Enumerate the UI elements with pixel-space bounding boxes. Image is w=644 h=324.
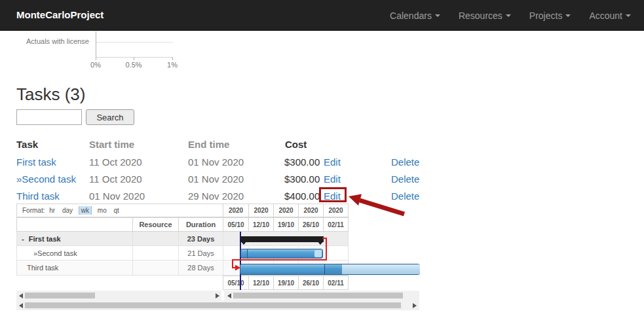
search-button[interactable]: Search	[86, 109, 134, 125]
delete-link[interactable]: Delete	[391, 173, 419, 185]
end-time-value: 29 Nov 2020	[188, 190, 244, 202]
chart-tick	[134, 57, 134, 60]
gantt-footer-week: 05/10	[223, 276, 248, 290]
edit-link[interactable]: Edit	[324, 156, 341, 168]
task-bar-second-task[interactable]	[240, 249, 323, 259]
gantt-footer-week: 19/10	[273, 276, 298, 290]
nav-item-label: Account	[589, 10, 622, 21]
delete-link[interactable]: Delete	[391, 156, 419, 168]
gantt-week-header: 05/10	[223, 217, 248, 232]
page-title: Tasks (3)	[16, 84, 85, 105]
scrollbar-thumb[interactable]	[233, 293, 403, 298]
task-bar-progress-divider	[324, 264, 325, 274]
format-option-wk[interactable]: wk	[79, 206, 92, 215]
end-time-value: 01 Nov 2020	[188, 173, 244, 185]
cost-value: $400.00	[284, 190, 320, 202]
gantt-resource-cell	[132, 261, 178, 276]
chart-x-axis-line	[96, 57, 173, 58]
gantt-resource-column-header: Resource	[132, 217, 178, 232]
gantt-week-header: 02/11	[323, 217, 349, 232]
collapse-icon[interactable]: -	[22, 235, 24, 243]
gantt-chart: Format: hr day wk wk mo qt 2020 2020 202…	[16, 204, 419, 311]
gantt-task-name-cell: »Second task	[16, 246, 132, 261]
chart-gridline	[96, 42, 173, 43]
gantt-duration-cell: 21 Days	[178, 246, 223, 261]
delete-link[interactable]: Delete	[391, 190, 419, 202]
gantt-name-column-header	[16, 217, 132, 232]
task-link[interactable]: First task	[16, 156, 56, 168]
scrollbar-thumb[interactable]	[25, 293, 95, 298]
gantt-week-header: 19/10	[273, 217, 298, 232]
chart-y-axis-line	[96, 31, 96, 58]
task-link[interactable]: »Second task	[16, 173, 76, 185]
col-header-end-time[interactable]: End time	[188, 138, 229, 151]
col-header-task: Task	[16, 138, 38, 151]
gantt-task-name-cell: Third task	[16, 261, 132, 276]
caret-down-icon	[435, 14, 440, 17]
gantt-year-header: 2020	[223, 204, 248, 217]
format-option-hr[interactable]: hr	[49, 207, 55, 214]
gantt-resource-cell	[132, 232, 178, 246]
cost-value: $300.00	[284, 156, 320, 168]
edit-link-highlighted[interactable]: Edit	[324, 190, 341, 202]
navbar: MonteCarloProject Calendars Resources Pr…	[0, 0, 644, 31]
nav-item-label: Resources	[459, 10, 502, 21]
scroll-left-icon[interactable]	[19, 293, 23, 298]
scroll-left-icon[interactable]	[19, 303, 23, 308]
scrollbar-track-chart-pane[interactable]	[224, 291, 419, 300]
gantt-duration-cell: 28 Days	[178, 261, 223, 276]
gantt-format-bar: Format: hr day wk wk mo qt	[16, 204, 223, 217]
summary-bar-start-marker	[240, 241, 247, 245]
gantt-year-header: 2020	[248, 204, 273, 217]
chart-tick	[96, 57, 96, 60]
summary-bar-end-marker	[317, 241, 324, 245]
gantt-task-name: »Second task	[33, 249, 77, 257]
gantt-task-name: First task	[29, 235, 61, 243]
scrollbar-track-left-pane[interactable]	[16, 291, 221, 300]
gantt-duration-column-header: Duration	[178, 217, 223, 232]
format-option-day[interactable]: day	[62, 207, 73, 214]
format-label: Format:	[22, 207, 45, 214]
caret-down-icon	[626, 14, 631, 17]
gantt-footer-week: 12/10	[248, 276, 273, 290]
nav-item-label: Calendars	[390, 10, 432, 21]
search-input[interactable]	[16, 109, 82, 125]
scrollbar-thumb[interactable]	[25, 302, 401, 308]
nav-item-label: Projects	[529, 10, 563, 21]
cost-value: $300.00	[284, 173, 320, 185]
nav-item-resources[interactable]: Resources	[449, 10, 520, 21]
format-option-mo[interactable]: mo	[98, 207, 107, 214]
format-option-qt[interactable]: qt	[114, 207, 119, 214]
chart-tick-label: 0%	[83, 61, 109, 69]
scroll-right-icon[interactable]	[216, 293, 219, 298]
scrollbar-track-bottom[interactable]	[16, 300, 419, 310]
scroll-right-icon[interactable]	[413, 303, 417, 308]
navbar-brand[interactable]: MonteCarloProject	[16, 9, 104, 20]
gantt-week-header: 26/10	[298, 217, 323, 232]
gantt-duration-cell: 23 Days	[178, 232, 223, 246]
task-link[interactable]: Third task	[16, 190, 60, 202]
gantt-footer-week: 02/11	[323, 276, 349, 290]
caret-down-icon	[506, 14, 511, 17]
gantt-week-header: 12/10	[248, 217, 273, 232]
scroll-left-icon[interactable]	[227, 293, 231, 298]
chart-category-label: Actuals with license	[0, 37, 89, 45]
nav-item-projects[interactable]: Projects	[520, 10, 580, 21]
nav-item-calendars[interactable]: Calendars	[381, 10, 449, 21]
gantt-year-header: 2020	[298, 204, 323, 217]
gantt-year-header: 2020	[323, 204, 349, 217]
gantt-resource-cell	[132, 246, 178, 261]
task-bar-third-task[interactable]	[240, 264, 420, 275]
task-bar-mid-segment	[324, 264, 342, 274]
edit-link[interactable]: Edit	[324, 173, 341, 185]
gantt-year-header: 2020	[273, 204, 298, 217]
col-header-start-time[interactable]: Start time	[89, 138, 134, 151]
end-time-value: 01 Nov 2020	[188, 156, 244, 168]
gantt-task-name-cell: - First task	[16, 232, 132, 246]
gantt-task-name: Third task	[27, 264, 58, 272]
start-time-value: 11 Oct 2020	[89, 156, 142, 168]
nav-item-account[interactable]: Account	[580, 10, 640, 21]
summary-task-bar[interactable]	[240, 236, 324, 242]
chart-tick-label: 0.5%	[121, 61, 147, 69]
chart-tick	[172, 57, 173, 60]
